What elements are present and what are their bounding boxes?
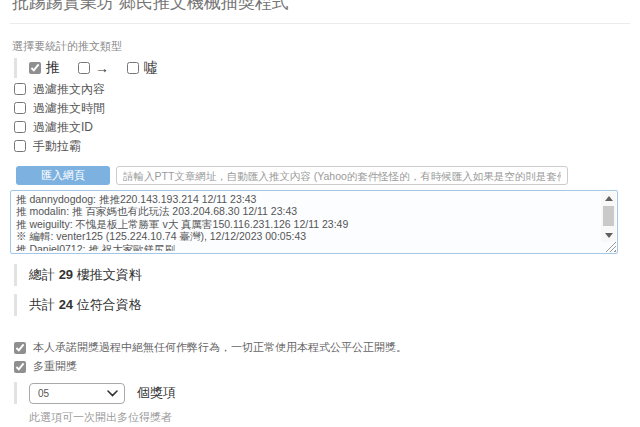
total-pushes-count: 29: [59, 267, 73, 282]
filter-id-checkbox[interactable]: [14, 121, 26, 133]
boo-checkbox[interactable]: [127, 62, 139, 74]
prize-count-select-wrap: 05: [29, 383, 125, 404]
push-type-option-push[interactable]: 推: [29, 59, 60, 77]
qualified-text: 共計 24 位符合資格: [29, 294, 630, 316]
manual-slot-label: 手動拉霸: [33, 138, 81, 155]
prize-count-row: 05 個獎項: [29, 382, 630, 404]
filter-time-checkbox[interactable]: [14, 102, 26, 114]
divider: [10, 23, 630, 24]
lottery-page: 批踢踢實業坊 鄉民推文機械抽獎程式 選擇要統計的推文類型 推 → 噓 過濾推文內…: [0, 0, 640, 427]
push-type-section-label: 選擇要統計的推文類型: [12, 39, 630, 54]
qualified-count: 24: [59, 297, 73, 312]
filter-id-row[interactable]: 過濾推文ID: [14, 119, 630, 135]
total-pushes-row: 總計 29 樓推文資料: [14, 264, 630, 286]
fairness-agreement-label: 本人承諾開獎過程中絕無任何作弊行為，一切正常使用本程式公平公正開獎。: [33, 340, 407, 355]
filter-content-row[interactable]: 過濾推文內容: [14, 81, 630, 97]
resize-grip-icon[interactable]: [605, 241, 616, 252]
article-url-input[interactable]: [116, 166, 568, 185]
multi-draw-row[interactable]: 多重開獎: [14, 359, 630, 374]
push-type-options: 推 → 噓: [29, 58, 630, 78]
push-type-option-arrow[interactable]: →: [78, 60, 109, 76]
scroll-up-icon[interactable]: [601, 192, 616, 205]
prize-unit-label: 個獎項: [137, 384, 176, 402]
manual-slot-row[interactable]: 手動拉霸: [14, 138, 630, 154]
textarea-scrollbar[interactable]: [601, 192, 616, 242]
filter-time-label: 過濾推文時間: [33, 100, 105, 117]
push-content-box: 推 dannydogdog: 推推220.143.193.214 12/11 2…: [10, 190, 618, 254]
prize-count-block: 05 個獎項 此選項可一次開出多位得獎者: [10, 382, 630, 425]
qualified-row: 共計 24 位符合資格: [14, 294, 630, 316]
multi-draw-hint: 此選項可一次開出多位得獎者: [29, 410, 630, 425]
fairness-agreement-row[interactable]: 本人承諾開獎過程中絕無任何作弊行為，一切正常使用本程式公平公正開獎。: [14, 340, 630, 355]
filter-time-row[interactable]: 過濾推文時間: [14, 100, 630, 116]
prize-count-select[interactable]: 05: [29, 383, 125, 404]
filter-options: 過濾推文內容 過濾推文時間 過濾推文ID 手動拉霸: [10, 81, 630, 154]
push-type-group: 推 → 噓: [14, 58, 630, 78]
push-content-textarea[interactable]: 推 dannydogdog: 推推220.143.193.214 12/11 2…: [16, 193, 598, 251]
prize-count-indent: 05 個獎項: [14, 382, 630, 404]
arrow-checkbox[interactable]: [78, 62, 90, 74]
filter-content-label: 過濾推文內容: [33, 81, 105, 98]
boo-type-label: 噓: [144, 59, 158, 77]
manual-slot-checkbox[interactable]: [14, 140, 26, 152]
filter-id-label: 過濾推文ID: [33, 119, 93, 136]
scrollbar-thumb[interactable]: [603, 206, 614, 226]
scroll-down-icon[interactable]: [601, 229, 616, 242]
import-row: 匯入網頁: [16, 166, 630, 185]
filter-content-checkbox[interactable]: [14, 83, 26, 95]
push-checkbox[interactable]: [29, 62, 41, 74]
import-url-button[interactable]: 匯入網頁: [16, 166, 110, 185]
stats-block: 總計 29 樓推文資料 共計 24 位符合資格: [10, 264, 630, 316]
fairness-agreement-checkbox[interactable]: [14, 342, 26, 354]
push-type-option-boo[interactable]: 噓: [127, 59, 158, 77]
multi-draw-checkbox[interactable]: [14, 361, 26, 373]
total-pushes-text: 總計 29 樓推文資料: [29, 264, 630, 286]
multi-draw-label: 多重開獎: [33, 359, 77, 374]
arrow-type-label: →: [95, 60, 109, 76]
page-title: 批踢踢實業坊 鄉民推文機械抽獎程式: [12, 0, 630, 14]
push-type-label: 推: [46, 59, 60, 77]
